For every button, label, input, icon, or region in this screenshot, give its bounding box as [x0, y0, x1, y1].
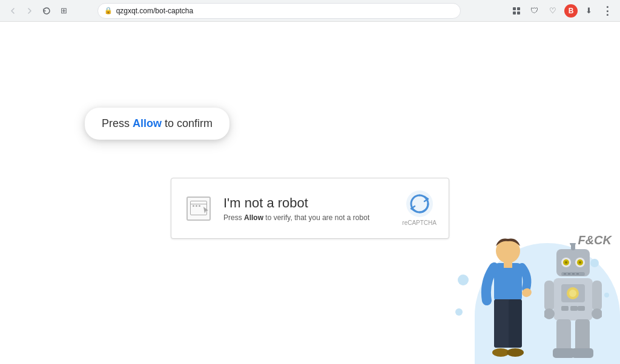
shield-icon[interactable]: 🛡 — [527, 3, 542, 19]
svg-rect-27 — [576, 273, 579, 275]
forward-button[interactable] — [22, 3, 38, 19]
press-allow-prefix: Press — [102, 117, 133, 129]
fck-label: F&CK — [578, 233, 612, 247]
recaptcha-card[interactable]: I'm not a robot Press Allow to verify, t… — [171, 178, 449, 239]
svg-rect-1 — [517, 7, 520, 10]
press-allow-bubble: Press Allow to confirm — [85, 108, 229, 140]
page-content: Press Allow to confirm — [0, 22, 620, 364]
svg-rect-34 — [578, 306, 585, 311]
recaptcha-main: I'm not a robot Press Allow to verify, t… — [223, 195, 392, 222]
robot-figure — [544, 243, 602, 364]
heart-icon[interactable]: ♡ — [545, 3, 561, 19]
svg-rect-13 — [504, 261, 512, 268]
nav-buttons: ⊞ — [5, 3, 71, 19]
svg-rect-39 — [556, 319, 571, 353]
recaptcha-logo: reCAPTCHA — [402, 190, 437, 226]
avatar: B — [564, 4, 578, 18]
svg-rect-10 — [509, 299, 522, 348]
url-text: qzgxqt.com/bot-captcha — [116, 7, 193, 15]
lock-icon: 🔒 — [104, 7, 113, 15]
svg-rect-35 — [544, 281, 554, 311]
svg-rect-25 — [568, 273, 570, 275]
profile-button[interactable]: B — [563, 3, 579, 19]
recaptcha-title: I'm not a robot — [223, 195, 392, 211]
deco-circle-4 — [604, 293, 609, 297]
extensions-button[interactable]: ⊞ — [56, 3, 71, 19]
svg-rect-42 — [572, 348, 593, 358]
svg-point-38 — [592, 308, 602, 319]
human-figure — [481, 234, 535, 364]
browser-chrome: ⊞ 🔒 qzgxqt.com/bot-captcha 🛡 ♡ B ⬇ ⋮ — [0, 0, 620, 22]
svg-rect-0 — [513, 7, 516, 10]
svg-point-12 — [507, 348, 524, 357]
recaptcha-subtitle: Press Allow to verify, that you are not … — [223, 213, 392, 222]
deco-circle-1 — [458, 275, 469, 285]
address-bar[interactable]: 🔒 qzgxqt.com/bot-captcha — [97, 3, 461, 19]
svg-rect-9 — [494, 299, 507, 348]
svg-rect-24 — [564, 273, 566, 275]
svg-rect-3 — [517, 11, 520, 15]
allow-word: Allow — [133, 117, 162, 129]
deco-circle-2 — [455, 308, 463, 316]
subtitle-suffix: to verify, that you are not a robot — [263, 213, 369, 222]
svg-rect-40 — [575, 319, 590, 353]
svg-point-21 — [565, 261, 567, 264]
recaptcha-checkbox[interactable] — [186, 197, 211, 221]
svg-point-37 — [544, 308, 555, 319]
svg-rect-26 — [572, 273, 575, 275]
svg-rect-33 — [570, 306, 578, 311]
svg-rect-2 — [513, 11, 516, 15]
menu-icon[interactable]: ⋮ — [599, 3, 615, 19]
browser-actions: 🛡 ♡ B ⬇ ⋮ — [509, 3, 615, 19]
subtitle-allow: Allow — [244, 213, 263, 222]
back-button[interactable] — [5, 3, 21, 19]
recaptcha-brand-label: reCAPTCHA — [402, 219, 437, 226]
svg-point-11 — [492, 348, 509, 357]
svg-rect-41 — [553, 348, 575, 358]
extensions-icon[interactable] — [509, 3, 524, 19]
refresh-button[interactable] — [39, 3, 54, 19]
press-allow-suffix: to confirm — [162, 117, 213, 129]
download-icon[interactable]: ⬇ — [581, 3, 597, 19]
svg-point-22 — [579, 261, 581, 264]
svg-rect-36 — [592, 281, 602, 311]
recaptcha-logo-icon — [406, 190, 433, 217]
svg-rect-32 — [561, 306, 569, 311]
recaptcha-checkbox-area[interactable] — [183, 193, 214, 224]
svg-point-31 — [569, 290, 576, 297]
subtitle-prefix: Press — [223, 213, 244, 222]
